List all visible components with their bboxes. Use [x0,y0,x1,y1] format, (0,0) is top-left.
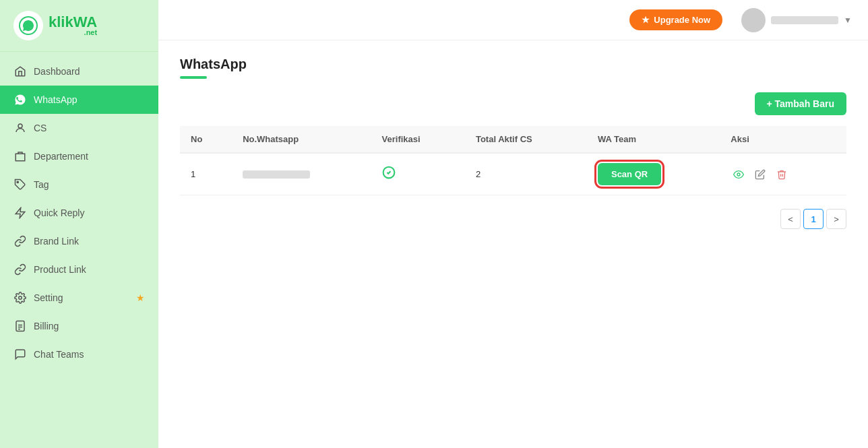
top-header: ★ Upgrade Now ▼ [158,0,868,40]
sidebar-item-product-link[interactable]: Product Link [0,255,158,284]
sidebar-item-chat-teams[interactable]: Chat Teams [0,340,158,369]
chat-icon [13,348,27,361]
cell-wa-team: Scan QR [587,153,720,195]
action-icons-group [731,166,836,183]
table-header-row: No No.Whatsapp Verifikasi Total Aktif CS… [180,126,846,153]
add-new-button[interactable]: + Tambah Baru [755,92,847,115]
person-icon [13,121,27,135]
table-wrap: No No.Whatsapp Verifikasi Total Aktif CS… [180,126,846,195]
sidebar-item-dashboard[interactable]: Dashboard [0,57,158,86]
setting-badge: ★ [136,292,145,303]
sidebar-item-whatsapp[interactable]: WhatsApp [0,86,158,114]
cell-no: 1 [180,153,232,195]
delete-icon[interactable] [774,166,790,183]
sidebar-item-setting[interactable]: Setting ★ [0,284,158,312]
pagination: < 1 > [180,209,846,229]
content-header: + Tambah Baru [180,92,846,115]
file-icon [13,319,27,333]
sidebar-item-cs-label: CS [34,123,145,133]
sidebar-item-billing-label: Billing [34,321,145,331]
title-underline [180,76,207,79]
edit-icon[interactable] [752,166,768,183]
avatar [741,8,766,32]
home-icon [13,65,27,78]
sidebar-nav: Dashboard WhatsApp CS Departement [0,52,158,448]
pagination-page-1[interactable]: 1 [803,209,824,229]
cell-aksi [720,153,846,195]
table-header: No No.Whatsapp Verifikasi Total Aktif CS… [180,126,846,153]
sidebar: klikWA .net Dashboard WhatsApp CS [0,0,158,448]
user-name [771,16,838,24]
sidebar-item-departement[interactable]: Departement [0,142,158,170]
upgrade-button[interactable]: ★ Upgrade Now [629,9,722,30]
sidebar-item-product-link-label: Product Link [34,264,145,275]
verified-icon [382,168,396,182]
view-icon[interactable] [731,166,747,183]
table-row: 1 2 Scan QR [180,153,846,195]
product-link-icon [13,263,27,276]
svg-point-7 [17,181,18,183]
svg-rect-2 [16,154,25,161]
phone-number-blurred [243,170,310,179]
sidebar-item-brand-link-label: Brand Link [34,236,145,247]
sidebar-item-tag-label: Tag [34,179,145,190]
logo-wordmark: klikWA [49,15,97,30]
link-icon [13,234,27,248]
page-title-area: WhatsApp [180,57,846,79]
page-content: WhatsApp + Tambah Baru No No.Whatsapp Ve… [158,40,868,448]
sidebar-logo: klikWA .net [0,0,158,52]
cell-verified [371,153,465,195]
pagination-prev[interactable]: < [780,209,801,229]
cell-total-aktif: 2 [465,153,587,195]
page-title: WhatsApp [180,57,846,72]
svg-point-8 [19,296,22,300]
sidebar-item-brand-link[interactable]: Brand Link [0,227,158,255]
tag-icon [13,178,27,191]
upgrade-star-icon: ★ [642,15,650,25]
lightning-icon [13,206,27,220]
col-total-aktif: Total Aktif CS [465,126,587,153]
sidebar-item-billing[interactable]: Billing [0,312,158,340]
whatsapp-icon [13,93,27,106]
svg-point-1 [18,124,22,128]
main-content: ★ Upgrade Now ▼ WhatsApp + Tambah Baru N… [158,0,868,448]
sidebar-item-dashboard-label: Dashboard [34,66,145,77]
col-no: No [180,126,232,153]
scan-qr-button[interactable]: Scan QR [598,163,661,185]
logo-icon [13,11,43,40]
sidebar-item-quick-reply[interactable]: Quick Reply [0,199,158,227]
cell-phone [232,153,371,195]
whatsapp-table: No No.Whatsapp Verifikasi Total Aktif CS… [180,126,846,195]
sidebar-item-setting-label: Setting [34,292,129,303]
sidebar-item-departement-label: Departement [34,151,145,162]
chevron-down-icon: ▼ [844,15,852,25]
sidebar-item-chat-teams-label: Chat Teams [34,349,145,360]
building-icon [13,150,27,163]
table-body: 1 2 Scan QR [180,153,846,195]
sidebar-item-quick-reply-label: Quick Reply [34,207,145,218]
col-aksi: Aksi [720,126,846,153]
gear-icon [13,291,27,305]
svg-point-14 [737,173,740,176]
user-dropdown[interactable]: ▼ [731,8,852,32]
logo-text-group: klikWA .net [49,15,97,36]
col-wa-team: WA Team [587,126,720,153]
col-phone: No.Whatsapp [232,126,371,153]
upgrade-label: Upgrade Now [654,15,710,25]
col-verifikasi: Verifikasi [371,126,465,153]
sidebar-item-whatsapp-label: WhatsApp [34,94,145,105]
sidebar-item-cs[interactable]: CS [0,114,158,142]
sidebar-item-tag[interactable]: Tag [0,170,158,199]
pagination-next[interactable]: > [826,209,846,229]
